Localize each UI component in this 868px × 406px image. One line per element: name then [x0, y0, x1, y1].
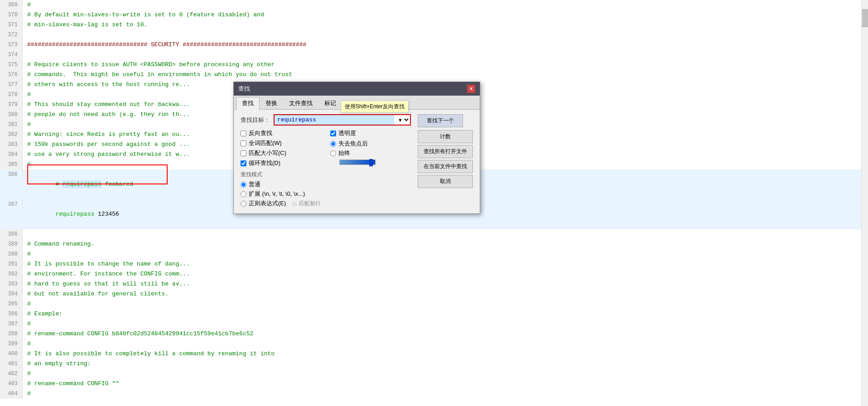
search-row: 查找目标： ▼	[241, 114, 411, 126]
checkbox-match-case-input[interactable]	[241, 150, 246, 156]
checkbox-loop: 循环查找(D)	[241, 159, 321, 167]
line-375: 375 # Require clients to issue AUTH <PAS…	[0, 60, 868, 70]
vertical-scrollbar[interactable]	[861, 0, 868, 406]
line-373: 373 ################################## S…	[0, 40, 868, 50]
checkbox-whole-word-input[interactable]	[241, 140, 246, 146]
dialog-close-button[interactable]: ×	[467, 85, 475, 93]
checkbox-match-case-label: 匹配大小写(C)	[249, 149, 286, 157]
find-dialog: 查找 × 查找 替换 文件查找 标记 查找目标：	[233, 82, 480, 214]
radio-lose-focus: 失去焦点后	[330, 140, 411, 148]
radio-extended-label: 扩展 (\n, \r, \t, \0, \x...)	[249, 190, 305, 198]
transparency-slider[interactable]	[339, 160, 376, 165]
line-396: 396 # Example:	[0, 309, 868, 319]
tab-file-find[interactable]: 文件查找	[283, 97, 318, 109]
line-388: 388	[0, 229, 868, 239]
line-393: 393 # hard to guess so that it will stil…	[0, 279, 868, 289]
dialog-titlebar: 查找 ×	[234, 82, 480, 96]
line-371: 371 # min-slaves-max-lag is set to 10.	[0, 20, 868, 30]
tab-mark[interactable]: 标记	[318, 97, 342, 109]
line-372: 372	[0, 30, 868, 40]
line-390: 390 #	[0, 249, 868, 259]
radio-always-label: 始终	[338, 149, 350, 157]
radio-extended-input[interactable]	[241, 191, 246, 197]
radio-always: 始终	[330, 149, 411, 157]
radio-always-input[interactable]	[330, 150, 336, 156]
checkbox-reverse-input[interactable]	[241, 130, 246, 136]
transparency-checkbox[interactable]	[330, 130, 336, 136]
radio-regex: 正则表达式(E) □. 匹配新行	[241, 199, 321, 208]
checkbox-whole-word-label: 全词匹配(W)	[249, 139, 282, 147]
left-panel: 查找目标： ▼	[241, 114, 411, 209]
line-394: 394 # but not available for general clie…	[0, 289, 868, 299]
line-392: 392 # environment. For instance the CONF…	[0, 269, 868, 279]
line-389: 389 # Command renaming.	[0, 239, 868, 249]
right-buttons: 使用Shift+Enter反向查找 查找下一个 计数 查找所有打开文件 在当前文…	[418, 114, 473, 209]
line-391: 391 # It is possible to change the name …	[0, 259, 868, 269]
count-button[interactable]: 计数	[418, 130, 473, 143]
line-402: 402 #	[0, 369, 868, 379]
transparency-row: 透明度	[330, 129, 411, 137]
dialog-body: 查找目标： ▼	[234, 110, 480, 213]
find-in-current-button[interactable]: 在当前文件中查找	[418, 160, 473, 173]
search-label: 查找目标：	[241, 116, 270, 124]
tooltip: 使用Shift+Enter反向查找	[341, 101, 409, 113]
radio-extended: 扩展 (\n, \r, \t, \0, \x...)	[241, 190, 321, 198]
scrollbar-thumb[interactable]	[862, 9, 868, 27]
checkbox-loop-input[interactable]	[241, 160, 246, 166]
radio-regex-input[interactable]	[241, 201, 246, 207]
search-dropdown[interactable]: ▼	[396, 115, 410, 125]
line-376: 376 # commands. This might be useful in …	[0, 70, 868, 80]
checkbox-reverse-label: 反向查找	[249, 129, 272, 137]
options-section: 反向查找 全词匹配(W) 匹配大小写(C)	[241, 129, 411, 209]
find-next-button[interactable]: 查找下一个	[418, 114, 463, 127]
line-395: 395 #	[0, 299, 868, 309]
radio-lose-focus-label: 失去焦点后	[338, 140, 368, 148]
cancel-button[interactable]: 取消	[418, 175, 473, 188]
radio-normal-label: 普通	[249, 180, 260, 188]
find-all-open-button[interactable]: 查找所有打开文件	[418, 145, 473, 158]
radio-normal-input[interactable]	[241, 182, 246, 188]
main-content-row: 查找目标： ▼	[241, 114, 473, 209]
checkbox-whole-word: 全词匹配(W)	[241, 139, 321, 147]
checkbox-match-case: 匹配大小写(C)	[241, 149, 321, 157]
line-403: 403 # rename-command CONFIG ""	[0, 379, 868, 389]
editor-area: 369 # 370 # By default min-slaves-to-wri…	[0, 0, 868, 406]
tab-replace[interactable]: 替换	[260, 97, 283, 109]
line-400: 400 # It is also possible to completely …	[0, 349, 868, 359]
checkbox-reverse: 反向查找	[241, 129, 321, 137]
line-399: 399 #	[0, 339, 868, 349]
checkbox-loop-label: 循环查找(D)	[249, 159, 280, 167]
match-newline-label: □. 匹配新行	[293, 200, 321, 208]
search-mode-label: 查找模式	[241, 171, 321, 179]
find-next-container: 使用Shift+Enter反向查找 查找下一个	[418, 114, 473, 127]
search-input-wrapper: ▼	[274, 114, 411, 126]
dialog-title: 查找	[238, 85, 250, 93]
line-398: 398 # rename-command CONFIG b840fc02d524…	[0, 329, 868, 339]
right-options: 透明度 失去焦点后 始终	[330, 129, 411, 209]
line-404: 404 #	[0, 389, 868, 399]
tab-find[interactable]: 查找	[236, 97, 260, 110]
radio-lose-focus-input[interactable]	[330, 141, 336, 147]
transparency-label: 透明度	[338, 129, 356, 137]
radio-normal: 普通	[241, 180, 321, 188]
line-401: 401 # an empty string:	[0, 359, 868, 369]
line-370: 370 # By default min-slaves-to-write is …	[0, 10, 868, 20]
transparency-slider-container	[339, 160, 411, 165]
line-374: 374	[0, 50, 868, 60]
radio-regex-label: 正则表达式(E)	[249, 199, 286, 208]
line-369: 369 #	[0, 0, 868, 10]
line-397: 397 #	[0, 319, 868, 329]
search-input[interactable]	[275, 115, 394, 125]
left-options: 反向查找 全词匹配(W) 匹配大小写(C)	[241, 129, 321, 209]
slider-thumb	[369, 159, 373, 166]
